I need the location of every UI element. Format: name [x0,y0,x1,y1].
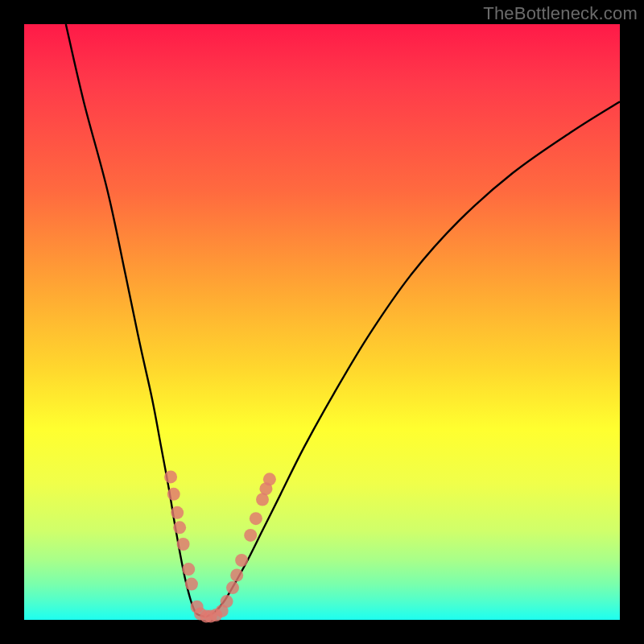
watermark-text: TheBottleneck.com [483,3,638,24]
highlight-dot [185,578,198,591]
highlight-dot [235,554,248,567]
highlight-dot [164,470,177,483]
highlight-dot [230,569,243,582]
highlight-dot [221,595,233,608]
highlight-dot [226,581,239,594]
highlight-dot [171,506,184,519]
highlight-dot [250,512,262,525]
highlight-dot [177,538,190,551]
plot-area [24,24,620,620]
highlight-dot [173,521,186,534]
highlight-dot [167,488,180,501]
chart-svg [24,24,620,620]
highlight-dot [244,529,257,542]
highlight-dot [182,563,195,576]
chart-frame: TheBottleneck.com [0,0,644,644]
curve-right-branch [206,101,620,617]
highlight-dots [164,470,276,622]
highlight-dot [263,473,276,485]
